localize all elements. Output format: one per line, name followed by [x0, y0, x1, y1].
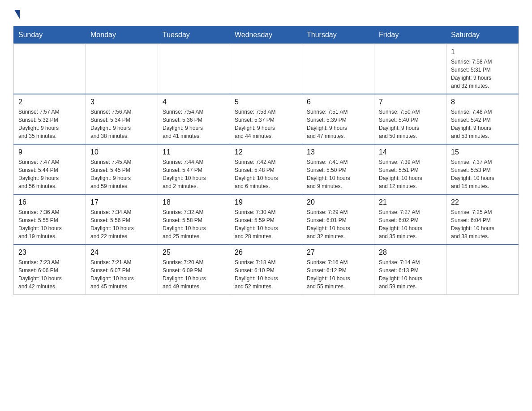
- day-of-week-header: Wednesday: [230, 26, 302, 44]
- day-number: 17: [90, 198, 153, 206]
- calendar-week-row: 16Sunrise: 7:36 AM Sunset: 5:55 PM Dayli…: [14, 194, 519, 244]
- calendar-cell: 9Sunrise: 7:47 AM Sunset: 5:44 PM Daylig…: [14, 144, 86, 194]
- day-info: Sunrise: 7:30 AM Sunset: 5:59 PM Dayligh…: [235, 208, 297, 240]
- calendar-cell: 6Sunrise: 7:51 AM Sunset: 5:39 PM Daylig…: [302, 94, 374, 144]
- day-info: Sunrise: 7:21 AM Sunset: 6:07 PM Dayligh…: [90, 258, 153, 291]
- day-info: Sunrise: 7:39 AM Sunset: 5:51 PM Dayligh…: [379, 158, 442, 190]
- calendar-cell: 18Sunrise: 7:32 AM Sunset: 5:58 PM Dayli…: [158, 194, 230, 244]
- day-info: Sunrise: 7:41 AM Sunset: 5:50 PM Dayligh…: [307, 158, 369, 190]
- day-info: Sunrise: 7:27 AM Sunset: 6:02 PM Dayligh…: [379, 208, 442, 240]
- calendar-week-row: 1Sunrise: 7:58 AM Sunset: 5:31 PM Daylig…: [14, 44, 519, 94]
- day-info: Sunrise: 7:48 AM Sunset: 5:42 PM Dayligh…: [451, 108, 514, 140]
- day-number: 4: [163, 98, 225, 106]
- day-number: 16: [18, 198, 81, 206]
- calendar-cell: 2Sunrise: 7:57 AM Sunset: 5:32 PM Daylig…: [14, 94, 86, 144]
- calendar-cell: [14, 44, 86, 94]
- calendar-cell: [302, 44, 374, 94]
- day-number: 18: [163, 198, 225, 206]
- day-number: 1: [451, 48, 514, 56]
- calendar-cell: 19Sunrise: 7:30 AM Sunset: 5:59 PM Dayli…: [230, 194, 302, 244]
- day-info: Sunrise: 7:58 AM Sunset: 5:31 PM Dayligh…: [451, 58, 514, 90]
- day-of-week-header: Thursday: [302, 26, 374, 44]
- calendar-cell: [374, 44, 446, 94]
- day-number: 28: [379, 248, 442, 257]
- day-info: Sunrise: 7:16 AM Sunset: 6:12 PM Dayligh…: [307, 258, 369, 291]
- calendar-cell: 16Sunrise: 7:36 AM Sunset: 5:55 PM Dayli…: [14, 194, 86, 244]
- day-number: 10: [90, 148, 153, 156]
- calendar-cell: 26Sunrise: 7:18 AM Sunset: 6:10 PM Dayli…: [230, 244, 302, 295]
- day-number: 20: [307, 198, 369, 206]
- calendar-week-row: 9Sunrise: 7:47 AM Sunset: 5:44 PM Daylig…: [14, 144, 519, 194]
- day-number: 23: [18, 248, 81, 257]
- calendar-cell: 3Sunrise: 7:56 AM Sunset: 5:34 PM Daylig…: [86, 94, 158, 144]
- calendar-cell: 10Sunrise: 7:45 AM Sunset: 5:45 PM Dayli…: [86, 144, 158, 194]
- day-info: Sunrise: 7:54 AM Sunset: 5:36 PM Dayligh…: [163, 108, 225, 140]
- day-info: Sunrise: 7:45 AM Sunset: 5:45 PM Dayligh…: [90, 158, 153, 190]
- calendar-cell: 11Sunrise: 7:44 AM Sunset: 5:47 PM Dayli…: [158, 144, 230, 194]
- calendar-cell: 24Sunrise: 7:21 AM Sunset: 6:07 PM Dayli…: [86, 244, 158, 295]
- day-info: Sunrise: 7:23 AM Sunset: 6:06 PM Dayligh…: [18, 258, 81, 291]
- day-info: Sunrise: 7:47 AM Sunset: 5:44 PM Dayligh…: [18, 158, 81, 190]
- day-info: Sunrise: 7:56 AM Sunset: 5:34 PM Dayligh…: [90, 108, 153, 140]
- calendar-header-row: SundayMondayTuesdayWednesdayThursdayFrid…: [14, 26, 519, 44]
- day-info: Sunrise: 7:18 AM Sunset: 6:10 PM Dayligh…: [235, 258, 297, 291]
- calendar-cell: 22Sunrise: 7:25 AM Sunset: 6:04 PM Dayli…: [446, 194, 519, 244]
- day-number: 13: [307, 148, 369, 156]
- calendar-cell: 15Sunrise: 7:37 AM Sunset: 5:53 PM Dayli…: [446, 144, 519, 194]
- day-number: 7: [379, 98, 442, 106]
- day-number: 19: [235, 198, 297, 206]
- calendar-cell: [446, 244, 519, 295]
- logo-arrow-icon: [14, 10, 20, 19]
- day-number: 12: [235, 148, 297, 156]
- day-of-week-header: Sunday: [14, 26, 86, 44]
- calendar-cell: 23Sunrise: 7:23 AM Sunset: 6:06 PM Dayli…: [14, 244, 86, 295]
- day-number: 27: [307, 248, 369, 257]
- day-info: Sunrise: 7:32 AM Sunset: 5:58 PM Dayligh…: [163, 208, 225, 240]
- calendar-cell: 13Sunrise: 7:41 AM Sunset: 5:50 PM Dayli…: [302, 144, 374, 194]
- day-number: 2: [18, 98, 81, 106]
- day-number: 11: [163, 148, 225, 156]
- calendar-week-row: 2Sunrise: 7:57 AM Sunset: 5:32 PM Daylig…: [14, 94, 519, 144]
- day-number: 14: [379, 148, 442, 156]
- calendar-cell: 5Sunrise: 7:53 AM Sunset: 5:37 PM Daylig…: [230, 94, 302, 144]
- calendar-cell: 7Sunrise: 7:50 AM Sunset: 5:40 PM Daylig…: [374, 94, 446, 144]
- calendar-cell: [158, 44, 230, 94]
- day-number: 22: [451, 198, 514, 206]
- day-info: Sunrise: 7:36 AM Sunset: 5:55 PM Dayligh…: [18, 208, 81, 240]
- calendar-cell: 14Sunrise: 7:39 AM Sunset: 5:51 PM Dayli…: [374, 144, 446, 194]
- day-info: Sunrise: 7:20 AM Sunset: 6:09 PM Dayligh…: [163, 258, 225, 291]
- day-info: Sunrise: 7:14 AM Sunset: 6:13 PM Dayligh…: [379, 258, 442, 291]
- day-info: Sunrise: 7:57 AM Sunset: 5:32 PM Dayligh…: [18, 108, 81, 140]
- day-number: 5: [235, 98, 297, 106]
- day-info: Sunrise: 7:37 AM Sunset: 5:53 PM Dayligh…: [451, 158, 514, 190]
- day-of-week-header: Monday: [86, 26, 158, 44]
- day-number: 26: [235, 248, 297, 257]
- calendar-cell: 1Sunrise: 7:58 AM Sunset: 5:31 PM Daylig…: [446, 44, 519, 94]
- day-of-week-header: Tuesday: [158, 26, 230, 44]
- day-of-week-header: Friday: [374, 26, 446, 44]
- calendar-cell: 20Sunrise: 7:29 AM Sunset: 6:01 PM Dayli…: [302, 194, 374, 244]
- day-number: 8: [451, 98, 514, 106]
- calendar-table: SundayMondayTuesdayWednesdayThursdayFrid…: [13, 26, 519, 295]
- day-number: 15: [451, 148, 514, 156]
- day-number: 24: [90, 248, 153, 257]
- day-info: Sunrise: 7:34 AM Sunset: 5:56 PM Dayligh…: [90, 208, 153, 240]
- calendar-cell: 28Sunrise: 7:14 AM Sunset: 6:13 PM Dayli…: [374, 244, 446, 295]
- calendar-cell: 12Sunrise: 7:42 AM Sunset: 5:48 PM Dayli…: [230, 144, 302, 194]
- calendar-cell: 17Sunrise: 7:34 AM Sunset: 5:56 PM Dayli…: [86, 194, 158, 244]
- calendar-cell: [86, 44, 158, 94]
- day-info: Sunrise: 7:53 AM Sunset: 5:37 PM Dayligh…: [235, 108, 297, 140]
- logo: [13, 9, 20, 19]
- day-info: Sunrise: 7:51 AM Sunset: 5:39 PM Dayligh…: [307, 108, 369, 140]
- day-of-week-header: Saturday: [446, 26, 519, 44]
- day-number: 9: [18, 148, 81, 156]
- day-number: 21: [379, 198, 442, 206]
- day-info: Sunrise: 7:42 AM Sunset: 5:48 PM Dayligh…: [235, 158, 297, 190]
- day-info: Sunrise: 7:25 AM Sunset: 6:04 PM Dayligh…: [451, 208, 514, 240]
- day-number: 3: [90, 98, 153, 106]
- calendar-week-row: 23Sunrise: 7:23 AM Sunset: 6:06 PM Dayli…: [14, 244, 519, 295]
- calendar-cell: 21Sunrise: 7:27 AM Sunset: 6:02 PM Dayli…: [374, 194, 446, 244]
- calendar-cell: [230, 44, 302, 94]
- calendar-cell: 4Sunrise: 7:54 AM Sunset: 5:36 PM Daylig…: [158, 94, 230, 144]
- day-number: 25: [163, 248, 225, 257]
